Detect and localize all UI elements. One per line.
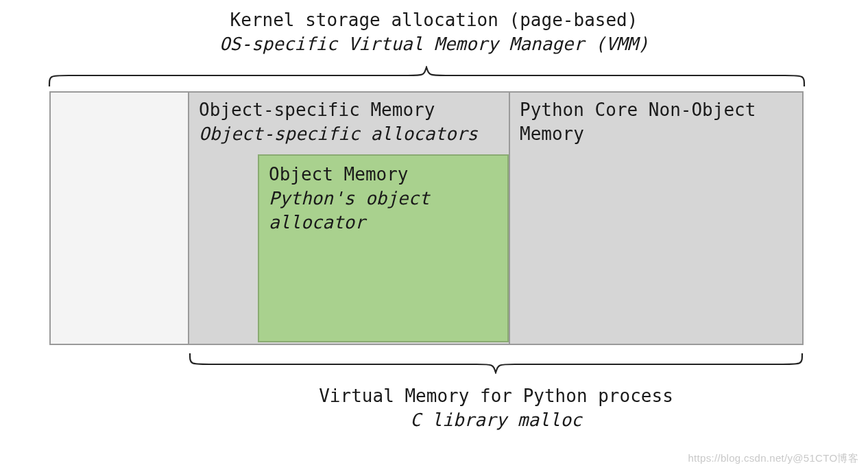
empty-left-column bbox=[51, 93, 188, 344]
object-specific-memory-line2: Object-specific allocators bbox=[199, 122, 502, 146]
top-caption-line2: OS-specific Virtual Memory Manager (VMM) bbox=[0, 32, 868, 56]
top-brace bbox=[48, 66, 806, 88]
top-caption-line1: Kernel storage allocation (page-based) bbox=[0, 8, 868, 32]
object-memory-block: Object Memory Python's object allocator bbox=[258, 154, 509, 342]
python-core-memory-block: Python Core Non-Object Memory bbox=[510, 93, 802, 344]
object-memory-line3: allocator bbox=[269, 211, 501, 235]
object-memory-label: Object Memory Python's object allocator bbox=[269, 163, 501, 235]
kernel-storage-block: Object-specific Memory Object-specific a… bbox=[49, 91, 804, 345]
bottom-brace bbox=[189, 352, 804, 374]
object-specific-memory-line1: Object-specific Memory bbox=[199, 98, 502, 122]
object-specific-memory-block: Object-specific Memory Object-specific a… bbox=[188, 93, 510, 344]
object-specific-memory-label: Object-specific Memory Object-specific a… bbox=[199, 98, 502, 146]
top-caption: Kernel storage allocation (page-based) O… bbox=[0, 8, 868, 56]
python-core-memory-line1: Python Core Non-Object bbox=[520, 98, 795, 122]
bottom-caption: Virtual Memory for Python process C libr… bbox=[189, 384, 804, 432]
diagram-container: Kernel storage allocation (page-based) O… bbox=[0, 0, 868, 472]
object-memory-line2: Python's object bbox=[269, 187, 501, 211]
watermark: https://blog.csdn.net/y@51CTO博客 bbox=[688, 452, 858, 465]
bottom-caption-line2: C library malloc bbox=[189, 408, 804, 432]
python-core-memory-line2: Memory bbox=[520, 122, 795, 146]
python-core-memory-label: Python Core Non-Object Memory bbox=[520, 98, 795, 146]
object-memory-line1: Object Memory bbox=[269, 163, 501, 187]
bottom-caption-line1: Virtual Memory for Python process bbox=[189, 384, 804, 408]
